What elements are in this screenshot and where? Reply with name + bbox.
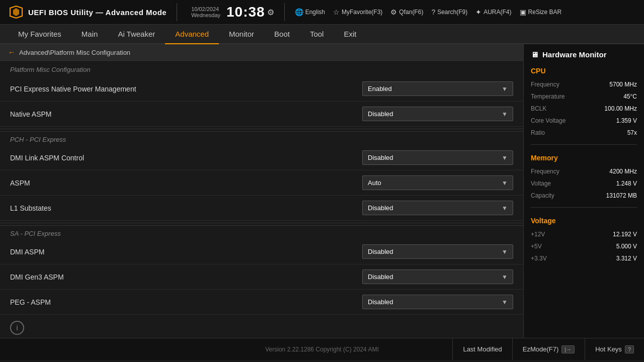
tool-qfan[interactable]: ⚙ Qfan(F6) <box>390 8 423 16</box>
chevron-down-icon-4: ▼ <box>502 179 508 187</box>
cpu-frequency-key: Frequency <box>531 81 559 88</box>
dropdown-aspm[interactable]: Auto ▼ <box>362 175 513 190</box>
cpu-frequency-row: Frequency 5700 MHz <box>531 81 637 88</box>
setting-label-dmi-aspm-control: DMI Link ASPM Control <box>10 154 362 162</box>
ezmode-label: EzMode(F7) <box>523 345 559 353</box>
tool-search[interactable]: ? Search(F9) <box>431 8 467 16</box>
settings-gear-icon[interactable]: ⚙ <box>267 8 274 17</box>
tool-english[interactable]: 🌐 English <box>295 8 325 16</box>
group-divider-2 <box>0 223 523 223</box>
setting-label-dmi-aspm: DMI ASPM <box>10 248 362 256</box>
nav-tool[interactable]: Tool <box>300 25 334 44</box>
nav-favorites[interactable]: My Favorites <box>8 25 71 44</box>
content-area: ← Advanced\Platform Misc Configuration P… <box>0 44 523 338</box>
mem-frequency-key: Frequency <box>531 168 559 175</box>
dropdown-dmi-gen3-aspm-value: Disabled <box>368 273 393 281</box>
volt-5v-row: +5V 5.000 V <box>531 243 637 250</box>
volt-5v-key: +5V <box>531 243 542 250</box>
cpu-bclk-row: BCLK 100.00 MHz <box>531 105 637 112</box>
setting-row-peg-aspm: PEG - ASPM Disabled ▼ <box>0 290 523 315</box>
star-icon: ☆ <box>333 8 340 16</box>
sidebar-title-text: Hardware Monitor <box>542 50 607 59</box>
tool-aura[interactable]: ✦ AURA(F4) <box>475 8 511 16</box>
mem-capacity-value: 131072 MB <box>606 192 637 199</box>
cpu-temperature-key: Temperature <box>531 93 565 100</box>
nav-advanced[interactable]: Advanced <box>165 25 219 44</box>
setting-label-pci-power: PCI Express Native Power Management <box>10 85 362 93</box>
setting-label-dmi-gen3-aspm: DMI Gen3 ASPM <box>10 273 362 281</box>
svg-marker-1 <box>13 8 19 16</box>
dropdown-l1-substates[interactable]: Disabled ▼ <box>362 201 513 215</box>
setting-label-aspm: ASPM <box>10 179 362 187</box>
chevron-down-icon-2: ▼ <box>502 111 508 118</box>
tool-myfavorite[interactable]: ☆ MyFavorite(F3) <box>333 8 382 16</box>
chevron-down-icon: ▼ <box>502 85 508 93</box>
settings-panel: Platform Misc Configuration PCI Express … <box>0 61 523 338</box>
setting-row-dmi-aspm: DMI ASPM Disabled ▼ <box>0 239 523 264</box>
time-display: 10:38 <box>226 5 265 19</box>
volt-12v-row: +12V 12.192 V <box>531 231 637 238</box>
setting-label-peg-aspm: PEG - ASPM <box>10 298 362 306</box>
dropdown-pci-power-value: Enabled <box>368 85 392 93</box>
dropdown-dmi-aspm-value: Disabled <box>368 248 393 255</box>
footer-hotkeys[interactable]: Hot Keys ? <box>585 338 644 360</box>
group-header-sa: SA - PCI Express <box>0 225 523 239</box>
setting-row-l1-substates: L1 Substates Disabled ▼ <box>0 196 523 221</box>
header: UEFI BIOS Utility — Advanced Mode 10/02/… <box>0 0 644 25</box>
main-layout: ← Advanced\Platform Misc Configuration P… <box>0 44 644 338</box>
voltage-section-title: Voltage <box>531 217 637 225</box>
dropdown-dmi-aspm-control[interactable]: Disabled ▼ <box>362 150 513 165</box>
cpu-temperature-value: 45°C <box>623 93 637 100</box>
volt-33v-row: +3.3V 3.312 V <box>531 255 637 262</box>
dropdown-peg-aspm-value: Disabled <box>368 298 393 306</box>
footer-ezmode[interactable]: EzMode(F7) |→ <box>512 338 585 360</box>
info-icon[interactable]: i <box>10 321 24 335</box>
monitor-icon: 🖥 <box>531 50 538 59</box>
footer-last-modified[interactable]: Last Modified <box>452 338 512 360</box>
cpu-section-title: CPU <box>531 67 637 75</box>
nav-aitweaker[interactable]: Ai Tweaker <box>108 25 165 44</box>
section-title-platform: Platform Misc Configuration <box>0 61 523 76</box>
fan-icon: ⚙ <box>390 8 397 16</box>
mem-frequency-row: Frequency 4200 MHz <box>531 168 637 175</box>
dropdown-dmi-aspm[interactable]: Disabled ▼ <box>362 244 513 259</box>
mem-voltage-value: 1.248 V <box>616 180 637 187</box>
tool-search-label: Search(F9) <box>437 9 467 16</box>
nav-main[interactable]: Main <box>71 25 108 44</box>
asus-logo-icon <box>8 4 24 20</box>
breadcrumb-bar: ← Advanced\Platform Misc Configuration <box>0 44 523 61</box>
info-area: i <box>0 315 523 338</box>
app-title: UEFI BIOS Utility — Advanced Mode <box>28 8 167 17</box>
clock-area: 10:38 ⚙ <box>226 5 274 19</box>
dropdown-aspm-value: Auto <box>368 179 381 187</box>
dropdown-dmi-aspm-control-value: Disabled <box>368 154 393 161</box>
volt-33v-value: 3.312 V <box>616 255 637 262</box>
dropdown-dmi-gen3-aspm[interactable]: Disabled ▼ <box>362 269 513 284</box>
chevron-down-icon-7: ▼ <box>502 274 508 281</box>
mem-capacity-row: Capacity 131072 MB <box>531 192 637 199</box>
setting-row-native-aspm: Native ASPM Disabled ▼ <box>0 102 523 127</box>
tool-english-label: English <box>305 9 325 16</box>
nav-exit[interactable]: Exit <box>334 25 366 44</box>
setting-row-aspm: ASPM Auto ▼ <box>0 170 523 196</box>
cpu-ratio-key: Ratio <box>531 129 545 136</box>
tool-qfan-label: Qfan(F6) <box>399 9 423 16</box>
footer: Version 2.22.1286 Copyright (C) 2024 AMI… <box>0 338 644 360</box>
volt-33v-key: +3.3V <box>531 255 547 262</box>
back-arrow-icon[interactable]: ← <box>8 48 15 56</box>
cpu-bclk-key: BCLK <box>531 105 546 112</box>
nav-boot[interactable]: Boot <box>264 25 300 44</box>
tool-myfavorite-label: MyFavorite(F3) <box>342 9 382 16</box>
dropdown-pci-power[interactable]: Enabled ▼ <box>362 81 513 96</box>
sidebar-divider-1 <box>531 144 637 145</box>
hardware-monitor-sidebar: 🖥 Hardware Monitor CPU Frequency 5700 MH… <box>523 44 644 338</box>
dropdown-native-aspm[interactable]: Disabled ▼ <box>362 107 513 121</box>
tool-resizebar[interactable]: ▣ ReSize BAR <box>520 8 562 16</box>
dropdown-l1-substates-value: Disabled <box>368 204 393 212</box>
volt-12v-value: 12.192 V <box>613 231 637 238</box>
dropdown-native-aspm-value: Disabled <box>368 110 393 118</box>
chevron-down-icon-6: ▼ <box>502 248 508 255</box>
nav-monitor[interactable]: Monitor <box>219 25 264 44</box>
resizebar-icon: ▣ <box>520 8 526 16</box>
dropdown-peg-aspm[interactable]: Disabled ▼ <box>362 295 513 309</box>
